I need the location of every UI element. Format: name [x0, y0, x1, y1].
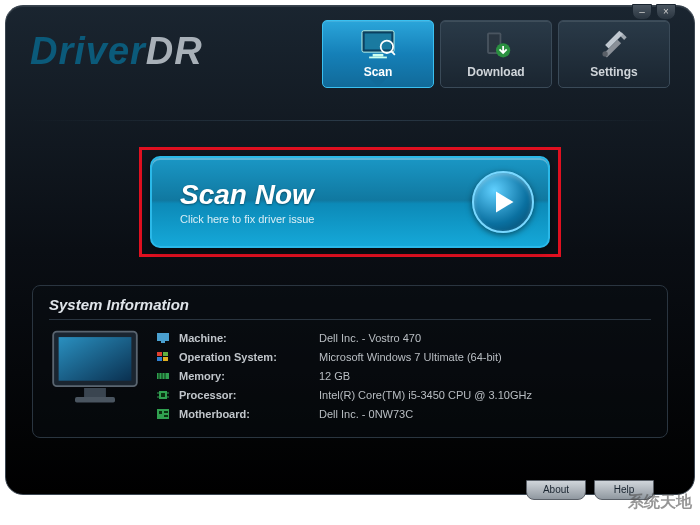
- os-value: Microsoft Windows 7 Ultimate (64-bit): [319, 351, 502, 363]
- sysinfo-row-memory: Memory: 12 GB: [155, 366, 651, 385]
- pc-icon: [155, 331, 171, 345]
- help-button[interactable]: Help: [594, 480, 654, 500]
- mobo-value: Dell Inc. - 0NW73C: [319, 408, 413, 420]
- system-info-panel: System Information Machine: Dell Inc. - …: [32, 285, 668, 438]
- header: DriverDR Scan Download Settings: [6, 6, 694, 102]
- os-label: Operation System:: [179, 351, 319, 363]
- monitor-scan-icon: [360, 29, 396, 61]
- memory-label: Memory:: [179, 370, 319, 382]
- close-button[interactable]: ×: [656, 4, 676, 20]
- tab-scan[interactable]: Scan: [322, 20, 434, 88]
- app-window: – × DriverDR Scan Download Settings: [5, 5, 695, 495]
- cpu-label: Processor:: [179, 389, 319, 401]
- svg-rect-17: [157, 352, 162, 356]
- ram-icon: [155, 369, 171, 383]
- machine-label: Machine:: [179, 332, 319, 344]
- tab-settings-label: Settings: [590, 65, 637, 79]
- svg-rect-20: [163, 357, 168, 361]
- mobo-label: Motherboard:: [179, 408, 319, 420]
- monitor-icon: [49, 328, 141, 408]
- sysinfo-row-os: Operation System: Microsoft Windows 7 Ul…: [155, 347, 651, 366]
- svg-rect-32: [159, 411, 162, 414]
- footer-buttons: About Help: [526, 480, 654, 500]
- windows-icon: [155, 350, 171, 364]
- window-controls: – ×: [632, 4, 676, 20]
- svg-rect-15: [157, 333, 169, 341]
- svg-line-5: [391, 51, 395, 55]
- system-info-table: Machine: Dell Inc. - Vostro 470 Operatio…: [155, 328, 651, 423]
- logo-part1: Driver: [30, 30, 146, 73]
- system-info-heading: System Information: [49, 296, 651, 320]
- monitor-graphic: [49, 328, 141, 423]
- motherboard-icon: [155, 407, 171, 421]
- main-content: Scan Now Click here to fix driver issue …: [6, 121, 694, 438]
- svg-rect-14: [75, 397, 115, 402]
- scan-button-text: Scan Now Click here to fix driver issue: [180, 179, 315, 225]
- svg-rect-31: [157, 409, 169, 419]
- machine-value: Dell Inc. - Vostro 470: [319, 332, 421, 344]
- about-button[interactable]: About: [526, 480, 586, 500]
- cpu-icon: [155, 388, 171, 402]
- tab-scan-label: Scan: [364, 65, 393, 79]
- system-info-body: Machine: Dell Inc. - Vostro 470 Operatio…: [49, 328, 651, 423]
- scan-button-subtitle: Click here to fix driver issue: [180, 213, 315, 225]
- tab-download[interactable]: Download: [440, 20, 552, 88]
- sysinfo-row-motherboard: Motherboard: Dell Inc. - 0NW73C: [155, 404, 651, 423]
- svg-rect-2: [373, 54, 384, 57]
- tab-settings[interactable]: Settings: [558, 20, 670, 88]
- download-icon: [478, 29, 514, 61]
- svg-rect-13: [84, 388, 106, 397]
- svg-rect-26: [161, 393, 165, 397]
- play-arrow-icon: [489, 188, 517, 216]
- svg-rect-18: [163, 352, 168, 356]
- scan-highlight-box: Scan Now Click here to fix driver issue: [139, 147, 561, 257]
- svg-rect-3: [369, 57, 387, 59]
- minimize-button[interactable]: –: [632, 4, 652, 20]
- scan-now-button[interactable]: Scan Now Click here to fix driver issue: [150, 156, 550, 248]
- sysinfo-row-machine: Machine: Dell Inc. - Vostro 470: [155, 328, 651, 347]
- tab-download-label: Download: [467, 65, 524, 79]
- svg-rect-33: [164, 411, 168, 413]
- scan-button-title: Scan Now: [180, 179, 315, 211]
- scan-play-circle: [472, 171, 534, 233]
- cpu-value: Intel(R) Core(TM) i5-3450 CPU @ 3.10GHz: [319, 389, 532, 401]
- memory-value: 12 GB: [319, 370, 350, 382]
- svg-rect-12: [59, 337, 132, 381]
- svg-point-10: [602, 51, 607, 56]
- tab-bar: Scan Download Settings: [322, 20, 670, 88]
- svg-rect-16: [161, 341, 165, 343]
- app-logo: DriverDR: [30, 30, 203, 73]
- svg-rect-19: [157, 357, 162, 361]
- settings-tools-icon: [596, 29, 632, 61]
- svg-rect-34: [164, 415, 168, 417]
- logo-part2: DR: [146, 30, 203, 73]
- sysinfo-row-cpu: Processor: Intel(R) Core(TM) i5-3450 CPU…: [155, 385, 651, 404]
